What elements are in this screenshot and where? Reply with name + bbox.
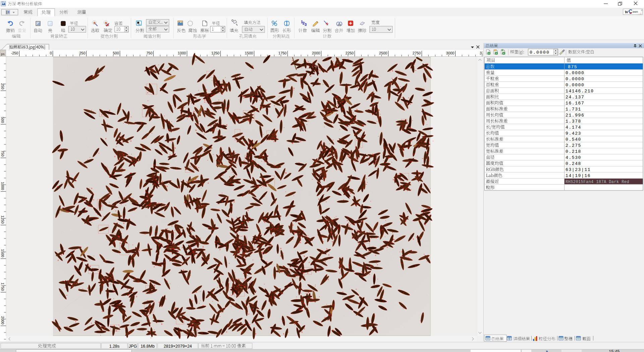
svg-text:4.530: 4.530 bbox=[566, 155, 581, 160]
svg-text:4.174: 4.174 bbox=[566, 125, 581, 130]
svg-text:0.218: 0.218 bbox=[566, 149, 581, 154]
svg-text:2000: 2000 bbox=[312, 51, 320, 55]
svg-text:875: 875 bbox=[568, 64, 577, 70]
svg-text:1500: 1500 bbox=[1, 249, 5, 257]
svg-text:1250: 1250 bbox=[211, 51, 219, 55]
svg-text:-250: -250 bbox=[11, 51, 18, 55]
svg-text:JPG: JPG bbox=[129, 344, 137, 349]
svg-text:1500: 1500 bbox=[245, 51, 253, 55]
svg-text:1.28s: 1.28s bbox=[109, 344, 120, 349]
svg-text:500: 500 bbox=[1, 117, 5, 123]
svg-text:1750: 1750 bbox=[278, 51, 286, 55]
svg-text:1000: 1000 bbox=[178, 51, 186, 55]
svg-text:1250: 1250 bbox=[1, 216, 5, 224]
svg-text:0.0000: 0.0000 bbox=[566, 71, 584, 76]
svg-text:W: W bbox=[625, 9, 629, 14]
svg-text:15:45: 15:45 bbox=[609, 349, 620, 352]
svg-text:16.167: 16.167 bbox=[566, 101, 584, 106]
svg-text:2.275: 2.275 bbox=[566, 143, 581, 148]
svg-text:14146.210: 14146.210 bbox=[566, 89, 594, 94]
svg-text:9.423: 9.423 bbox=[566, 131, 581, 136]
svg-text:2819×2079×24: 2819×2079×24 bbox=[164, 344, 192, 349]
svg-text:250: 250 bbox=[79, 51, 85, 55]
svg-text:px: px bbox=[1, 52, 5, 56]
svg-text:RHS2015Fan4 187A Dark Red: RHS2015Fan4 187A Dark Red bbox=[566, 180, 629, 184]
svg-text:0.0000: 0.0000 bbox=[530, 50, 550, 55]
svg-text:»: » bbox=[546, 349, 548, 352]
svg-text:1750: 1750 bbox=[1, 283, 5, 291]
svg-text:14|19|16: 14|19|16 bbox=[566, 173, 591, 178]
svg-text:3000: 3000 bbox=[446, 51, 454, 55]
svg-text:2750: 2750 bbox=[413, 51, 421, 55]
svg-text:3: 3 bbox=[305, 23, 307, 27]
svg-text:1.731: 1.731 bbox=[566, 107, 581, 112]
svg-text:2500: 2500 bbox=[379, 51, 387, 55]
svg-text:0.0000: 0.0000 bbox=[566, 83, 584, 88]
svg-text:750: 750 bbox=[1, 150, 5, 157]
svg-text:250: 250 bbox=[1, 83, 5, 89]
svg-text:®: ® bbox=[641, 9, 643, 11]
svg-text:0: 0 bbox=[50, 51, 52, 55]
svg-text:0.0000: 0.0000 bbox=[566, 77, 584, 82]
svg-text:1000: 1000 bbox=[1, 182, 5, 190]
svg-text:500: 500 bbox=[113, 51, 119, 55]
svg-text:2000: 2000 bbox=[1, 316, 5, 324]
svg-text:0.540: 0.540 bbox=[566, 137, 581, 142]
svg-text:een: een bbox=[633, 10, 638, 13]
svg-text:21.996: 21.996 bbox=[566, 113, 584, 118]
svg-text:24.137: 24.137 bbox=[566, 95, 584, 100]
svg-text:0.248: 0.248 bbox=[566, 161, 581, 166]
svg-text:1.378: 1.378 bbox=[566, 119, 581, 124]
svg-text:750: 750 bbox=[146, 51, 152, 55]
svg-text:16.8Mb: 16.8Mb bbox=[141, 344, 155, 349]
svg-text:2250: 2250 bbox=[345, 51, 354, 55]
svg-text:63|23|11: 63|23|11 bbox=[566, 167, 591, 172]
